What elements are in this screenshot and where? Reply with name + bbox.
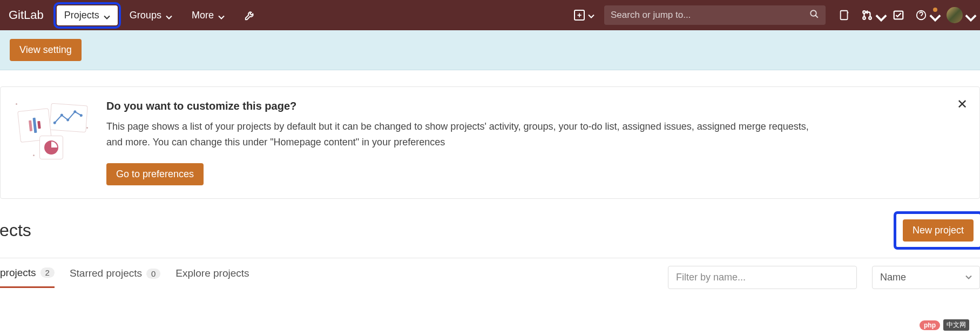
tab-starred-projects[interactable]: Starred projects 0 [70,267,160,287]
nav-more[interactable]: More [184,5,232,25]
nav-groups-label: Groups [130,10,161,21]
sort-dropdown[interactable]: Name [872,266,980,289]
new-dropdown[interactable]: + [569,6,600,24]
search-box[interactable] [604,5,826,25]
nav-groups[interactable]: Groups [122,5,180,25]
watermark: php 中文网 [920,319,969,331]
search-icon [809,9,819,21]
filter-input[interactable] [668,266,857,289]
help-icon[interactable] [915,9,936,21]
new-project-highlight: New project [896,214,980,247]
customize-illustration-icon [13,100,89,159]
svg-rect-1 [841,11,848,20]
tabs-row: projects 2 Starred projects 0 Explore pr… [0,258,980,289]
tab-your-label: projects [0,267,36,279]
brand-logo[interactable]: GitLab [9,8,44,22]
merge-requests-icon[interactable] [861,9,882,21]
page-title: jects [0,220,31,240]
alert-banner: View setting [0,30,980,70]
tab-your-projects[interactable]: projects 2 [0,267,55,288]
chevron-down-icon [166,12,172,18]
view-setting-button[interactable]: View setting [10,39,82,61]
todos-icon[interactable] [893,9,904,21]
svg-point-3 [863,17,866,19]
admin-wrench-icon[interactable] [236,5,263,25]
customize-description: This page shows a list of your projects … [106,119,819,150]
avatar [947,7,963,23]
nav-projects-label: Projects [64,10,99,21]
chevron-down-icon [218,12,225,18]
navbar-right-icons [839,7,971,23]
nav-projects[interactable]: Projects [57,5,118,25]
svg-point-2 [863,11,866,14]
customize-title: Do you want to customize this page? [106,100,967,112]
tab-explore-label: Explore projects [175,267,249,279]
sort-selected: Name [880,272,906,283]
projects-header: jects New project [0,199,980,258]
close-icon[interactable]: ✕ [955,97,970,112]
chevron-down-icon [929,12,936,18]
new-project-button[interactable]: New project [903,219,974,242]
tab-explore-projects[interactable]: Explore projects [175,267,249,287]
top-navbar: GitLab Projects Groups More + [0,0,980,30]
svg-point-0 [810,10,816,16]
chevron-down-icon [965,12,971,18]
watermark-pill: php [920,320,940,330]
issues-icon[interactable] [839,9,850,21]
chevron-down-icon [875,12,882,18]
chevron-down-icon [104,12,110,18]
notification-dot-icon [933,8,937,12]
search-input[interactable] [611,10,805,21]
chevron-down-icon [965,272,972,283]
user-menu[interactable] [947,7,971,23]
nav-more-label: More [192,10,214,21]
tab-starred-label: Starred projects [70,267,142,279]
chevron-down-icon [588,12,594,18]
tab-your-count: 2 [40,267,55,278]
svg-point-4 [869,17,871,19]
go-to-preferences-button[interactable]: Go to preferences [106,163,204,185]
plus-icon: + [574,10,585,21]
watermark-box: 中文网 [943,319,969,331]
tab-starred-count: 0 [146,269,160,279]
customize-panel: Do you want to customize this page? This… [0,86,980,199]
